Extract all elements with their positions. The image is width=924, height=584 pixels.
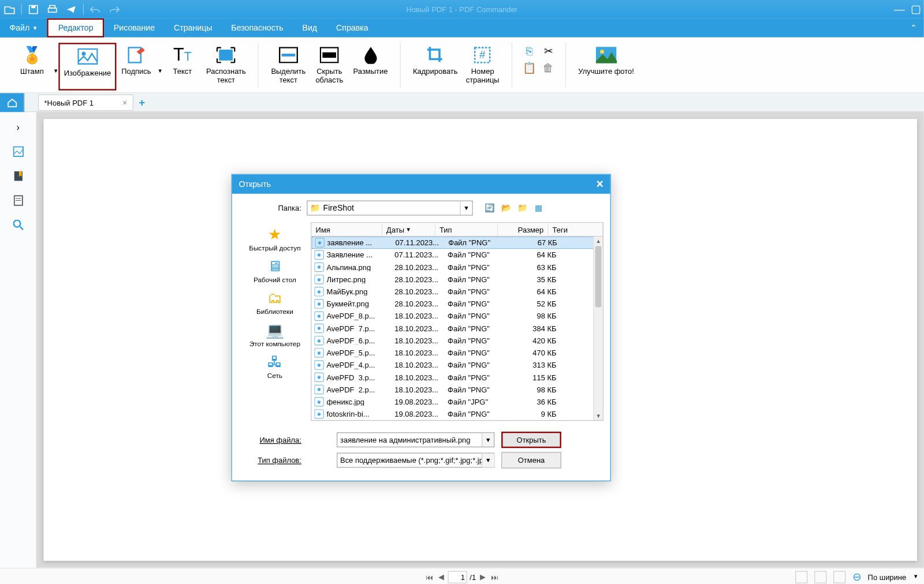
file-row[interactable]: ◉fotoskrin-bi...19.08.2023...Файл "PNG"9…: [312, 408, 603, 420]
file-row[interactable]: ◉Литрес.png28.10.2023...Файл "PNG"35 КБ: [312, 274, 603, 286]
file-row[interactable]: ◉Заявление ...07.11.2023...Файл "PNG"64 …: [312, 249, 603, 261]
maximize-icon[interactable]: ▢: [907, 0, 923, 18]
place-quick-access[interactable]: ★Быстрый доступ: [249, 225, 300, 252]
star-icon: ★: [264, 225, 286, 244]
nav-back-icon[interactable]: 🔄: [484, 202, 496, 214]
dialog-close-icon[interactable]: ×: [596, 177, 603, 192]
place-network[interactable]: 🖧Сеть: [264, 353, 286, 379]
paste-icon[interactable]: 📋: [523, 62, 535, 74]
file-row[interactable]: ◉AvePFD_3.p...18.10.2023...Файл "PNG"115…: [312, 371, 603, 383]
folder-select[interactable]: 📁 FireShot ▼: [307, 201, 472, 216]
place-desktop[interactable]: 🖥Рабочий стол: [254, 257, 296, 283]
filename-input[interactable]: заявление на административный.png▼: [337, 432, 494, 447]
file-row[interactable]: ◉AvePDF_2.p...18.10.2023...Файл "PNG"98 …: [312, 383, 603, 395]
view-mode-1-icon[interactable]: [795, 571, 807, 583]
file-row[interactable]: ◉заявление ...07.11.2023...Файл "PNG"67 …: [312, 237, 603, 249]
minimize-icon[interactable]: —: [891, 0, 907, 18]
cancel-button[interactable]: Отмена: [501, 452, 561, 468]
sidebar-thumbnails-icon[interactable]: [6, 141, 30, 163]
print-icon[interactable]: [43, 0, 62, 18]
nav-view-icon[interactable]: ▦: [532, 202, 545, 214]
file-row[interactable]: ◉AvePDF_7.p...18.10.2023...Файл "PNG"384…: [312, 322, 603, 334]
filename-dropdown-icon[interactable]: ▼: [482, 433, 494, 447]
file-row[interactable]: ◉феникс.jpg19.08.2023...Файл "JPG"36 КБ: [312, 396, 603, 408]
column-name[interactable]: Имя: [312, 223, 383, 235]
page-next-icon[interactable]: ▶: [479, 572, 487, 581]
view-mode-3-icon[interactable]: [833, 571, 845, 583]
signature-button[interactable]: Подпись: [117, 43, 156, 90]
document-tab[interactable]: *Новый PDF 1 ×: [38, 94, 133, 110]
filetype-select[interactable]: Все поддерживаемые (*.png;*.gif;*.jpg;*.…: [337, 453, 494, 468]
redo-icon[interactable]: [105, 0, 124, 18]
filetype-dropdown-icon[interactable]: ▼: [482, 454, 494, 467]
tab-pages[interactable]: Страницы: [165, 18, 222, 38]
libraries-icon: 🗂: [264, 289, 286, 308]
file-row[interactable]: ◉AvePDF_8.p...18.10.2023...Файл "PNG"98 …: [312, 310, 603, 322]
page-number-button[interactable]: # Номерстраницы: [462, 43, 504, 90]
stamp-dropdown-icon[interactable]: ▼: [53, 68, 58, 74]
tab-editor[interactable]: Редактор: [47, 18, 105, 38]
page-prev-icon[interactable]: ◀: [437, 572, 445, 581]
column-date[interactable]: Даты ▼: [382, 223, 435, 235]
tab-file[interactable]: Файл▼: [0, 18, 47, 38]
file-row[interactable]: ◉AvePDF_6.p...18.10.2023...Файл "PNG"420…: [312, 335, 603, 347]
save-icon[interactable]: [24, 0, 43, 18]
delete-icon[interactable]: 🗑: [542, 62, 554, 74]
nav-up-icon[interactable]: 📂: [500, 202, 512, 214]
file-row[interactable]: ◉AvePDF_5.p...18.10.2023...Файл "PNG"470…: [312, 347, 603, 359]
nav-new-folder-icon[interactable]: 📁: [516, 202, 528, 214]
open-button[interactable]: Открыть: [501, 432, 561, 448]
places-sidebar: ★Быстрый доступ 🖥Рабочий стол 🗂Библиотек…: [239, 222, 311, 421]
network-icon: 🖧: [264, 353, 286, 372]
tab-security[interactable]: Безопасность: [222, 18, 293, 38]
folder-dropdown-icon[interactable]: ▼: [460, 201, 472, 215]
tab-drawing[interactable]: Рисование: [104, 18, 164, 38]
svg-rect-16: [13, 147, 23, 156]
blur-button[interactable]: Размытие: [349, 43, 392, 90]
column-size[interactable]: Размер: [498, 223, 548, 235]
sidebar-bookmarks-icon[interactable]: [6, 165, 30, 187]
scroll-down-icon[interactable]: ▼: [594, 412, 602, 420]
recognize-text-button[interactable]: Распознатьтекст: [202, 43, 250, 90]
page-input[interactable]: [448, 571, 467, 583]
highlight-text-button[interactable]: Выделитьтекст: [267, 43, 310, 90]
home-tab-icon[interactable]: [0, 93, 24, 112]
page-last-icon[interactable]: ⏭: [490, 572, 500, 581]
text-button[interactable]: TT Текст: [163, 43, 202, 90]
column-tags[interactable]: Теги: [548, 223, 602, 235]
column-type[interactable]: Тип: [435, 223, 498, 235]
zoom-dropdown-icon[interactable]: ▼: [913, 574, 918, 580]
cut-icon[interactable]: ✂: [542, 45, 554, 57]
send-icon[interactable]: [62, 0, 81, 18]
image-button[interactable]: Изображение: [58, 43, 116, 90]
file-row[interactable]: ◉AvePDF_4.p...18.10.2023...Файл "PNG"313…: [312, 359, 603, 371]
sidebar-expand-icon[interactable]: ›: [6, 116, 30, 138]
place-libraries[interactable]: 🗂Библиотеки: [256, 289, 293, 316]
file-list-scrollbar[interactable]: ▲ ▼: [593, 237, 602, 420]
sidebar-search-icon[interactable]: [6, 214, 30, 236]
add-tab-button[interactable]: +: [133, 96, 151, 108]
close-tab-icon[interactable]: ×: [122, 98, 127, 107]
sidebar-attachments-icon[interactable]: [6, 190, 30, 212]
file-row[interactable]: ◉Букмейт.png28.10.2023...Файл "PNG"52 КБ: [312, 298, 603, 310]
signature-dropdown-icon[interactable]: ▼: [157, 68, 162, 74]
view-mode-2-icon[interactable]: [814, 571, 826, 583]
zoom-out-icon[interactable]: ⊖: [852, 570, 861, 583]
improve-photo-button[interactable]: Улучшите фото!: [574, 43, 638, 90]
collapse-ribbon-icon[interactable]: ⌃: [903, 18, 923, 38]
copy-icon[interactable]: ⎘: [523, 45, 535, 57]
scroll-thumb[interactable]: [595, 246, 602, 307]
scroll-up-icon[interactable]: ▲: [594, 237, 602, 245]
crop-button[interactable]: Кадрировать: [409, 43, 462, 90]
place-computer[interactable]: 💻Этот компьютер: [249, 321, 300, 347]
hide-area-button[interactable]: Скрытьобласть: [310, 43, 349, 90]
file-row[interactable]: ◉Альпина.png28.10.2023...Файл "PNG"63 КБ: [312, 261, 603, 273]
tab-view[interactable]: Вид: [293, 18, 327, 38]
stamp-button[interactable]: 🏅 Штамп: [12, 43, 51, 90]
open-icon[interactable]: [0, 0, 19, 18]
tab-help[interactable]: Справка: [327, 18, 378, 38]
svg-rect-2: [49, 8, 57, 12]
file-row[interactable]: ◉МайБук.png28.10.2023...Файл "PNG"64 КБ: [312, 286, 603, 298]
undo-icon[interactable]: [85, 0, 105, 18]
page-first-icon[interactable]: ⏮: [424, 572, 434, 581]
